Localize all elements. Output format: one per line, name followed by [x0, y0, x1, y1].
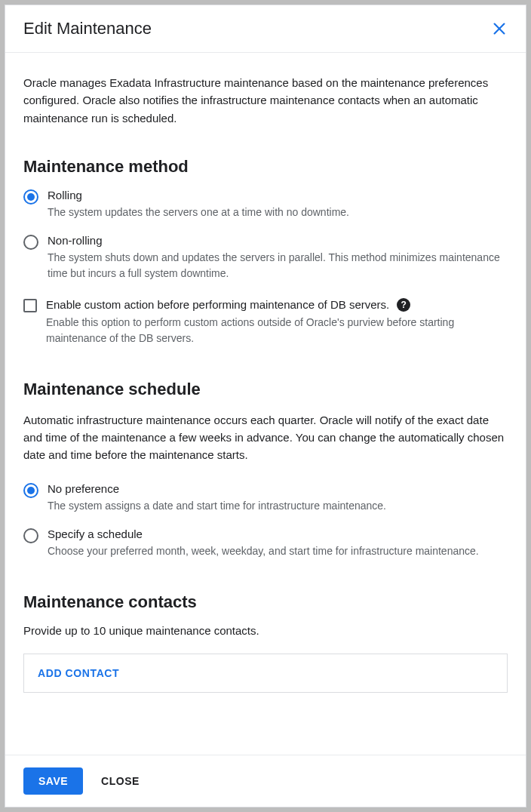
- radio-rolling-desc: The system updates the servers one at a …: [48, 205, 508, 220]
- radio-nonrolling-desc: The system shuts down and updates the se…: [48, 250, 508, 281]
- radio-specify-text: Specify a schedule Choose your preferred…: [48, 527, 508, 559]
- add-contact-button[interactable]: ADD CONTACT: [38, 667, 119, 679]
- intro-text: Oracle manages Exadata Infrastructure ma…: [23, 74, 508, 127]
- help-icon[interactable]: ?: [397, 298, 410, 312]
- radio-nonrolling-label: Non-rolling: [48, 234, 508, 247]
- radio-rolling-text: Rolling The system updates the servers o…: [48, 189, 508, 220]
- schedule-heading: Maintenance schedule: [23, 380, 508, 399]
- radio-nopref[interactable]: [23, 483, 38, 498]
- method-heading: Maintenance method: [23, 157, 508, 177]
- checkbox-custom-action-text: Enable custom action before performing m…: [46, 298, 508, 346]
- radio-row-nonrolling[interactable]: Non-rolling The system shuts down and up…: [23, 234, 508, 281]
- radio-nonrolling-text: Non-rolling The system shuts down and up…: [48, 234, 508, 281]
- add-contact-box: ADD CONTACT: [23, 654, 508, 693]
- radio-nopref-label: No preference: [48, 482, 508, 495]
- dialog-header: Edit Maintenance: [5, 5, 526, 53]
- dialog-title: Edit Maintenance: [23, 19, 152, 38]
- contacts-hint: Provide up to 10 unique maintenance cont…: [23, 624, 508, 637]
- radio-nonrolling[interactable]: [23, 235, 38, 250]
- contacts-heading: Maintenance contacts: [23, 592, 508, 612]
- checkbox-custom-action[interactable]: [23, 299, 37, 312]
- radio-nopref-desc: The system assigns a date and start time…: [48, 498, 508, 514]
- radio-specify-desc: Choose your preferred month, week, weekd…: [48, 543, 508, 559]
- radio-rolling-label: Rolling: [48, 189, 508, 201]
- dialog-footer: SAVE CLOSE: [5, 755, 526, 807]
- checkbox-custom-action-desc: Enable this option to perform custom act…: [46, 315, 508, 346]
- radio-row-nopref[interactable]: No preference The system assigns a date …: [23, 482, 508, 514]
- radio-rolling[interactable]: [23, 189, 38, 205]
- dialog-body: Oracle manages Exadata Infrastructure ma…: [5, 53, 526, 755]
- radio-nopref-text: No preference The system assigns a date …: [48, 482, 508, 514]
- checkbox-row-custom-action[interactable]: Enable custom action before performing m…: [23, 298, 508, 346]
- close-button[interactable]: CLOSE: [101, 775, 140, 787]
- radio-row-rolling[interactable]: Rolling The system updates the servers o…: [23, 189, 508, 220]
- radio-specify[interactable]: [23, 528, 38, 543]
- close-icon-button[interactable]: [488, 17, 511, 40]
- save-button[interactable]: SAVE: [23, 767, 83, 795]
- checkbox-custom-action-label: Enable custom action before performing m…: [46, 298, 389, 311]
- radio-row-specify[interactable]: Specify a schedule Choose your preferred…: [23, 527, 508, 559]
- close-icon: [491, 20, 508, 37]
- schedule-intro: Automatic infrastructure maintenance occ…: [23, 411, 508, 464]
- edit-maintenance-dialog: Edit Maintenance Oracle manages Exadata …: [5, 5, 526, 807]
- radio-specify-label: Specify a schedule: [48, 527, 508, 540]
